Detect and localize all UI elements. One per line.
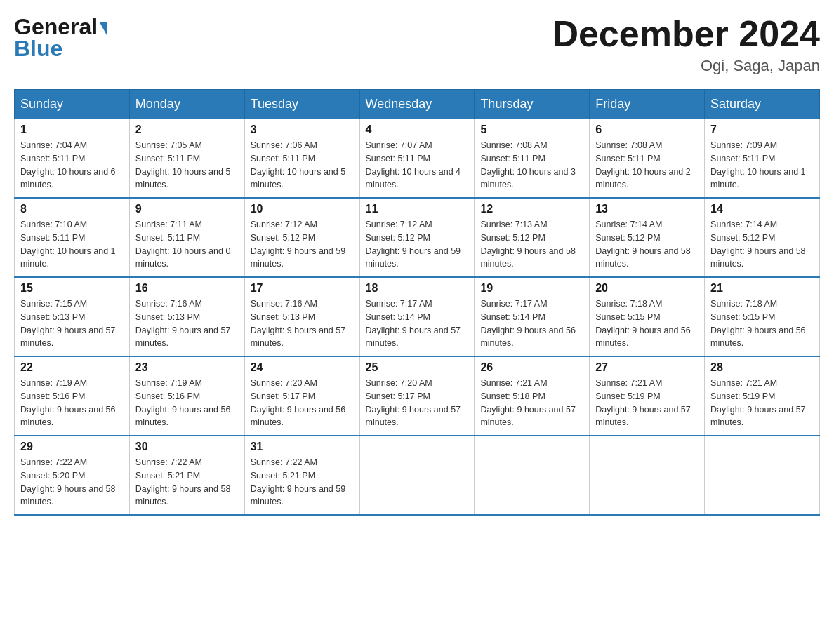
calendar-day-cell: 19 Sunrise: 7:17 AM Sunset: 5:14 PM Dayl… [475,277,590,356]
col-friday: Friday [590,90,705,119]
calendar-day-cell: 27 Sunrise: 7:21 AM Sunset: 5:19 PM Dayl… [590,356,705,436]
day-number: 29 [20,441,124,453]
calendar-week-row: 22 Sunrise: 7:19 AM Sunset: 5:16 PM Dayl… [15,356,820,436]
title-section: December 2024 Ogi, Saga, Japan [552,14,820,75]
day-info: Sunrise: 7:10 AM Sunset: 5:11 PM Dayligh… [20,218,124,271]
day-number: 1 [20,123,124,136]
day-info: Sunrise: 7:17 AM Sunset: 5:14 PM Dayligh… [480,297,583,350]
day-info: Sunrise: 7:18 AM Sunset: 5:15 PM Dayligh… [710,297,814,350]
day-info: Sunrise: 7:13 AM Sunset: 5:12 PM Dayligh… [480,218,583,271]
day-number: 8 [20,203,124,215]
calendar-day-cell: 1 Sunrise: 7:04 AM Sunset: 5:11 PM Dayli… [15,119,130,199]
calendar-day-cell: 12 Sunrise: 7:13 AM Sunset: 5:12 PM Dayl… [475,198,590,277]
day-info: Sunrise: 7:22 AM Sunset: 5:21 PM Dayligh… [135,456,239,509]
day-info: Sunrise: 7:12 AM Sunset: 5:12 PM Dayligh… [366,218,469,271]
day-number: 17 [251,282,354,295]
day-info: Sunrise: 7:14 AM Sunset: 5:12 PM Dayligh… [595,218,699,271]
day-info: Sunrise: 7:21 AM Sunset: 5:19 PM Dayligh… [710,377,814,429]
day-info: Sunrise: 7:21 AM Sunset: 5:19 PM Dayligh… [595,377,699,429]
day-info: Sunrise: 7:17 AM Sunset: 5:14 PM Dayligh… [366,297,469,350]
month-title: December 2024 [552,14,820,54]
day-number: 5 [480,123,583,136]
day-number: 3 [251,123,354,136]
page-header: General Blue December 2024 Ogi, Saga, Ja… [14,14,820,75]
location-label: Ogi, Saga, Japan [552,57,820,75]
day-number: 30 [135,441,239,453]
col-sunday: Sunday [15,90,130,119]
calendar-day-cell: 26 Sunrise: 7:21 AM Sunset: 5:18 PM Dayl… [475,356,590,436]
calendar-day-cell: 30 Sunrise: 7:22 AM Sunset: 5:21 PM Dayl… [129,436,244,515]
day-info: Sunrise: 7:15 AM Sunset: 5:13 PM Dayligh… [20,297,124,350]
calendar-day-cell: 18 Sunrise: 7:17 AM Sunset: 5:14 PM Dayl… [359,277,475,356]
calendar-week-row: 15 Sunrise: 7:15 AM Sunset: 5:13 PM Dayl… [15,277,820,356]
col-monday: Monday [129,90,244,119]
calendar-day-cell: 11 Sunrise: 7:12 AM Sunset: 5:12 PM Dayl… [359,198,475,277]
calendar-day-cell: 20 Sunrise: 7:18 AM Sunset: 5:15 PM Dayl… [590,277,705,356]
day-number: 25 [366,361,469,374]
day-number: 15 [20,282,124,295]
logo-arrow-icon [100,22,107,35]
calendar-day-cell: 21 Sunrise: 7:18 AM Sunset: 5:15 PM Dayl… [705,277,820,356]
day-number: 20 [595,282,699,295]
day-number: 6 [595,123,699,136]
day-number: 11 [366,203,469,215]
day-info: Sunrise: 7:22 AM Sunset: 5:21 PM Dayligh… [251,456,354,509]
calendar-day-cell: 16 Sunrise: 7:16 AM Sunset: 5:13 PM Dayl… [129,277,244,356]
day-info: Sunrise: 7:16 AM Sunset: 5:13 PM Dayligh… [135,297,239,350]
day-number: 28 [710,361,814,374]
logo: General Blue [14,14,107,62]
calendar-day-cell: 2 Sunrise: 7:05 AM Sunset: 5:11 PM Dayli… [129,119,244,199]
day-info: Sunrise: 7:18 AM Sunset: 5:15 PM Dayligh… [595,297,699,350]
calendar-week-row: 8 Sunrise: 7:10 AM Sunset: 5:11 PM Dayli… [15,198,820,277]
day-info: Sunrise: 7:20 AM Sunset: 5:17 PM Dayligh… [251,377,354,429]
calendar-day-cell: 9 Sunrise: 7:11 AM Sunset: 5:11 PM Dayli… [129,198,244,277]
calendar-day-cell: 23 Sunrise: 7:19 AM Sunset: 5:16 PM Dayl… [129,356,244,436]
day-info: Sunrise: 7:07 AM Sunset: 5:11 PM Dayligh… [366,139,469,192]
day-info: Sunrise: 7:12 AM Sunset: 5:12 PM Dayligh… [251,218,354,271]
day-number: 4 [366,123,469,136]
day-info: Sunrise: 7:16 AM Sunset: 5:13 PM Dayligh… [251,297,354,350]
calendar-day-cell: 29 Sunrise: 7:22 AM Sunset: 5:20 PM Dayl… [15,436,130,515]
calendar-day-cell: 8 Sunrise: 7:10 AM Sunset: 5:11 PM Dayli… [15,198,130,277]
calendar-day-cell [359,436,475,515]
calendar-header-row: Sunday Monday Tuesday Wednesday Thursday… [15,90,820,119]
day-info: Sunrise: 7:14 AM Sunset: 5:12 PM Dayligh… [710,218,814,271]
day-info: Sunrise: 7:11 AM Sunset: 5:11 PM Dayligh… [135,218,239,271]
day-info: Sunrise: 7:04 AM Sunset: 5:11 PM Dayligh… [20,139,124,192]
day-number: 9 [135,203,239,215]
day-info: Sunrise: 7:19 AM Sunset: 5:16 PM Dayligh… [135,377,239,429]
calendar-day-cell: 22 Sunrise: 7:19 AM Sunset: 5:16 PM Dayl… [15,356,130,436]
day-number: 2 [135,123,239,136]
calendar-day-cell: 10 Sunrise: 7:12 AM Sunset: 5:12 PM Dayl… [244,198,359,277]
calendar-day-cell: 15 Sunrise: 7:15 AM Sunset: 5:13 PM Dayl… [15,277,130,356]
calendar-day-cell: 5 Sunrise: 7:08 AM Sunset: 5:11 PM Dayli… [475,119,590,199]
calendar-week-row: 29 Sunrise: 7:22 AM Sunset: 5:20 PM Dayl… [15,436,820,515]
calendar-day-cell: 31 Sunrise: 7:22 AM Sunset: 5:21 PM Dayl… [244,436,359,515]
day-number: 16 [135,282,239,295]
day-number: 22 [20,361,124,374]
day-number: 24 [251,361,354,374]
calendar-day-cell: 13 Sunrise: 7:14 AM Sunset: 5:12 PM Dayl… [590,198,705,277]
calendar-day-cell: 4 Sunrise: 7:07 AM Sunset: 5:11 PM Dayli… [359,119,475,199]
calendar-week-row: 1 Sunrise: 7:04 AM Sunset: 5:11 PM Dayli… [15,119,820,199]
calendar-day-cell: 25 Sunrise: 7:20 AM Sunset: 5:17 PM Dayl… [359,356,475,436]
day-info: Sunrise: 7:22 AM Sunset: 5:20 PM Dayligh… [20,456,124,509]
calendar-table: Sunday Monday Tuesday Wednesday Thursday… [14,89,820,516]
calendar-day-cell: 28 Sunrise: 7:21 AM Sunset: 5:19 PM Dayl… [705,356,820,436]
col-tuesday: Tuesday [244,90,359,119]
day-info: Sunrise: 7:09 AM Sunset: 5:11 PM Dayligh… [710,139,814,192]
day-number: 26 [480,361,583,374]
col-saturday: Saturday [705,90,820,119]
calendar-day-cell [475,436,590,515]
day-info: Sunrise: 7:21 AM Sunset: 5:18 PM Dayligh… [480,377,583,429]
calendar-day-cell [590,436,705,515]
calendar-day-cell: 6 Sunrise: 7:08 AM Sunset: 5:11 PM Dayli… [590,119,705,199]
day-info: Sunrise: 7:06 AM Sunset: 5:11 PM Dayligh… [251,139,354,192]
day-number: 12 [480,203,583,215]
calendar-day-cell: 14 Sunrise: 7:14 AM Sunset: 5:12 PM Dayl… [705,198,820,277]
calendar-day-cell [705,436,820,515]
logo-blue-text: Blue [14,36,62,62]
day-number: 10 [251,203,354,215]
col-wednesday: Wednesday [359,90,475,119]
day-info: Sunrise: 7:08 AM Sunset: 5:11 PM Dayligh… [480,139,583,192]
